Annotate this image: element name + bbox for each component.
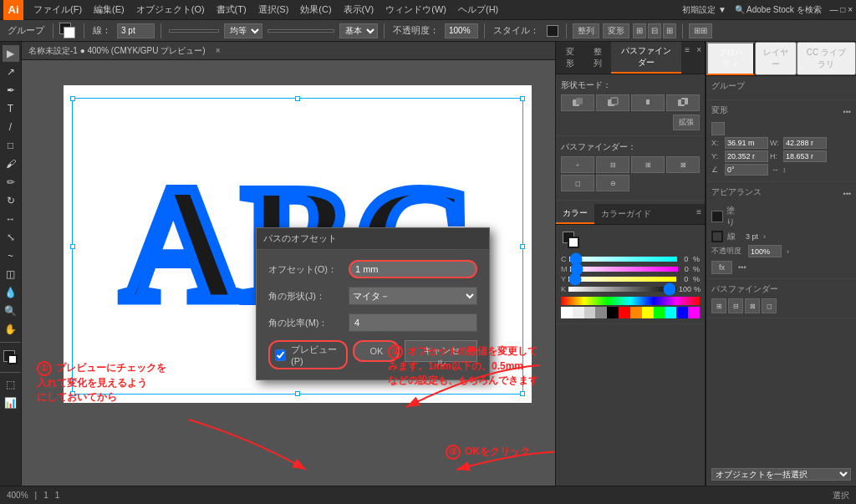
k-slider[interactable] [568,287,676,292]
intersect-btn[interactable] [631,94,665,111]
rp-stroke-more[interactable]: › [763,232,766,241]
rp-opacity-input[interactable] [748,245,782,257]
rp-transform-more[interactable]: ••• [843,108,851,116]
arrange-btn-3[interactable]: ⊞ [663,23,676,38]
direct-select-tool[interactable]: ↗ [3,64,19,80]
y-slider[interactable] [568,277,676,282]
rp-select-dropdown[interactable]: オブジェクトを一括選択 [711,468,851,481]
brush-tool[interactable]: 🖌 [3,155,19,172]
offset-input[interactable] [349,260,477,278]
canvas-tab-close[interactable]: × [216,46,221,55]
hand-tool[interactable]: ✋ [3,321,19,338]
swatch-gray[interactable] [584,307,596,318]
swatch-orange[interactable] [630,307,642,318]
x-input[interactable] [725,137,768,149]
menu-help[interactable]: ヘルプ(H) [453,2,503,18]
tab-color-guide[interactable]: カラーガイド [594,204,658,224]
zoom-tool[interactable]: 🔍 [3,303,19,319]
menu-object[interactable]: オブジェクト(O) [131,2,210,18]
unite-btn[interactable] [561,94,594,111]
corner-shape-select[interactable]: マイタ－ ラウンド ベベル [349,287,477,305]
pf-trim-btn[interactable]: ⊟ [596,156,629,173]
align-btn[interactable]: 整列 [573,23,599,38]
menu-file[interactable]: ファイル(F) [28,2,87,18]
fill-stroke-icon[interactable] [59,23,78,39]
line-tool[interactable]: / [3,119,19,135]
preview-checkbox[interactable] [275,349,286,361]
pf-outline-btn[interactable]: ◻ [561,175,594,191]
rp-fill-swatch[interactable] [711,211,723,222]
rp-opacity-more[interactable]: › [787,247,789,256]
handle-tl[interactable] [70,96,75,101]
handle-mr[interactable] [520,244,525,249]
preview-label[interactable]: プレビュー(P) [291,344,341,366]
menu-edit[interactable]: 編集(E) [89,2,130,18]
pf-crop-btn[interactable]: ⊠ [666,156,700,173]
graph-tool[interactable]: 📊 [3,395,19,411]
stroke-style-select[interactable]: 均等 [224,23,262,38]
swatch-white[interactable] [561,307,573,318]
rp-fx-button[interactable]: fx [711,261,732,274]
arrange-btn-2[interactable]: ⊟ [648,23,661,38]
handle-tm[interactable] [295,96,300,101]
pen-tool[interactable]: ✒ [3,82,19,99]
eyedropper-tool[interactable]: 💧 [3,284,19,301]
handle-tr[interactable] [520,96,525,101]
select-tool[interactable]: ▶ [3,45,19,62]
m-slider[interactable] [570,267,678,272]
minus-front-btn[interactable] [596,94,629,111]
workspace-preset[interactable]: 初期設定 ▼ [682,4,726,16]
menu-view[interactable]: 表示(V) [339,2,380,18]
swatch-red[interactable] [619,307,630,318]
rotate-tool[interactable]: ↻ [3,192,19,209]
swatch-dk-gray[interactable] [595,307,607,318]
style-swatch[interactable] [547,25,558,37]
angle-flip-h[interactable]: ↔ [772,165,779,174]
arrange-btn-1[interactable]: ⊞ [633,23,646,38]
symbol-tool[interactable]: ⬚ [3,376,19,393]
swatch-green[interactable] [654,307,665,318]
panel-menu-btn[interactable]: ≡ [681,42,693,74]
color-spectrum[interactable] [561,297,700,305]
ok-button[interactable]: OK [353,340,400,362]
stroke-preset-select[interactable]: 基本 [339,23,378,38]
swatch-magenta[interactable] [688,307,700,318]
menu-select[interactable]: 選択(S) [253,2,294,18]
fill-stroke-large[interactable] [2,349,20,367]
tab-layers[interactable]: レイヤー [755,42,797,75]
opacity-input[interactable] [445,23,478,38]
swatch-blue[interactable] [676,307,688,318]
pf-merge-btn[interactable]: ⊞ [631,156,665,173]
c-slider[interactable] [569,257,677,262]
rp-pf-btn-3[interactable]: ⊠ [745,298,760,313]
handle-bm[interactable] [295,391,300,396]
rp-appearance-more[interactable]: ••• [843,190,851,198]
swatch-lt-gray[interactable] [573,307,584,318]
color-fill-stroke[interactable] [561,230,581,250]
w-input[interactable] [783,137,827,149]
warp-tool[interactable]: ~ [3,247,19,264]
tab-properties[interactable]: プロパティ [706,42,755,75]
tab-pathfinder[interactable]: パスファインダー [611,42,681,74]
transform-btn[interactable]: 変形 [603,23,629,38]
swatch-yellow[interactable] [642,307,654,318]
grid-btn[interactable]: ⊞⊞ [689,23,712,38]
tab-cc-libraries[interactable]: CC ライブラリ [797,42,856,75]
rp-pf-btn-4[interactable]: ◻ [762,298,777,313]
menu-window[interactable]: ウィンドウ(W) [380,2,451,18]
pf-minus-back-btn[interactable]: ⊖ [596,175,629,191]
cancel-button[interactable]: キャンセル [405,340,477,362]
angle-flip-v[interactable]: ↕ [782,165,787,174]
rp-transform-icon[interactable] [711,122,725,135]
handle-br[interactable] [520,391,525,396]
handle-bl[interactable] [70,391,75,396]
pencil-tool[interactable]: ✏ [3,174,19,191]
menu-type[interactable]: 書式(T) [211,2,252,18]
y-input[interactable] [725,150,768,162]
h-input[interactable] [783,150,827,162]
rect-tool[interactable]: □ [3,137,19,154]
swatch-cyan[interactable] [665,307,676,318]
rp-pf-btn-1[interactable]: ⊞ [711,298,726,313]
type-tool[interactable]: T [3,100,19,117]
rp-stroke-swatch[interactable] [711,231,723,242]
